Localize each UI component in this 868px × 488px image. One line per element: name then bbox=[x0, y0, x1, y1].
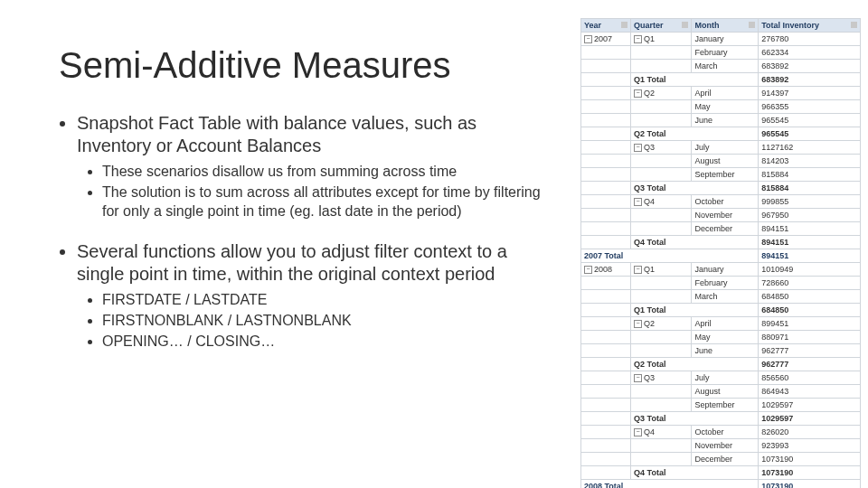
cell-year bbox=[581, 182, 631, 195]
collapse-icon[interactable]: − bbox=[634, 266, 642, 274]
collapse-icon[interactable]: − bbox=[634, 89, 642, 98]
cell-year bbox=[581, 426, 631, 439]
bullet-2a: FIRSTDATE / LASTDATE bbox=[102, 291, 547, 310]
cell-month: November bbox=[692, 439, 759, 453]
col-total-inventory[interactable]: Total Inventory bbox=[759, 19, 861, 33]
cell-quarter bbox=[631, 100, 692, 114]
cell-value: 894151 bbox=[759, 222, 861, 236]
subtotal-label: Q2 Total bbox=[631, 127, 759, 141]
table-row: −Q2April899451 bbox=[581, 317, 861, 331]
cell-month: May bbox=[692, 331, 759, 344]
cell-year bbox=[581, 236, 631, 249]
cell-year bbox=[581, 331, 631, 344]
cell-value: 1029597 bbox=[759, 399, 861, 412]
subtotal-value: 684850 bbox=[759, 304, 861, 317]
cell-quarter bbox=[631, 290, 692, 304]
bullet-2: Several functions allow you to adjust fi… bbox=[77, 240, 547, 286]
content-left: Semi-Additive Measures Snapshot Fact Tab… bbox=[59, 45, 547, 371]
cell-quarter: −Q3 bbox=[631, 141, 692, 155]
cell-value: 662334 bbox=[759, 46, 861, 60]
subtotal-value: 1029597 bbox=[759, 412, 861, 426]
table-row: Q4 Total1073190 bbox=[581, 466, 861, 480]
cell-year bbox=[581, 344, 631, 358]
filter-icon[interactable] bbox=[851, 22, 857, 28]
table-row: February728660 bbox=[581, 277, 861, 290]
cell-quarter bbox=[631, 385, 692, 399]
collapse-icon[interactable]: − bbox=[634, 320, 642, 328]
cell-month: August bbox=[692, 155, 759, 168]
col-month[interactable]: Month bbox=[692, 19, 759, 33]
cell-quarter: −Q2 bbox=[631, 317, 692, 331]
cell-quarter: −Q4 bbox=[631, 426, 692, 439]
cell-quarter bbox=[631, 209, 692, 222]
cell-value: 914397 bbox=[759, 87, 861, 100]
table-row: −Q3July856560 bbox=[581, 371, 861, 385]
cell-quarter bbox=[631, 60, 692, 73]
subtotal-value: 894151 bbox=[759, 236, 861, 249]
slide: Semi-Additive Measures Snapshot Fact Tab… bbox=[0, 0, 868, 488]
cell-year bbox=[581, 100, 631, 114]
table-row: November967950 bbox=[581, 209, 861, 222]
cell-month: October bbox=[692, 426, 759, 439]
table-row: September1029597 bbox=[581, 399, 861, 412]
table-row: December1073190 bbox=[581, 453, 861, 466]
collapse-icon[interactable]: − bbox=[584, 266, 592, 274]
cell-year bbox=[581, 466, 631, 480]
cell-value: 965545 bbox=[759, 114, 861, 127]
cell-year: −2008 bbox=[581, 263, 631, 277]
cell-quarter: −Q2 bbox=[631, 87, 692, 100]
cell-month: January bbox=[692, 263, 759, 277]
cell-year bbox=[581, 209, 631, 222]
cell-quarter bbox=[631, 114, 692, 127]
table-row: 2008 Total1073190 bbox=[581, 480, 861, 489]
cell-month: November bbox=[692, 209, 759, 222]
cell-value: 1073190 bbox=[759, 453, 861, 466]
cell-month: January bbox=[692, 33, 759, 46]
cell-value: 814203 bbox=[759, 155, 861, 168]
cell-month: September bbox=[692, 399, 759, 412]
bullet-1a: These scenarios disallow us from summing… bbox=[102, 163, 547, 182]
cell-year bbox=[581, 439, 631, 453]
collapse-icon[interactable]: − bbox=[634, 374, 642, 382]
subtotal-value: 962777 bbox=[759, 358, 861, 371]
col-year[interactable]: Year bbox=[581, 19, 631, 33]
year-total-value: 894151 bbox=[759, 249, 861, 263]
collapse-icon[interactable]: − bbox=[634, 144, 642, 152]
cell-month: March bbox=[692, 290, 759, 304]
filter-icon[interactable] bbox=[682, 22, 688, 28]
table-row: −Q2April914397 bbox=[581, 87, 861, 100]
cell-month: June bbox=[692, 114, 759, 127]
cell-value: 999855 bbox=[759, 195, 861, 209]
cell-month: April bbox=[692, 317, 759, 331]
subtotal-label: Q4 Total bbox=[631, 466, 759, 480]
cell-year bbox=[581, 290, 631, 304]
subtotal-value: 815884 bbox=[759, 182, 861, 195]
cell-year bbox=[581, 412, 631, 426]
cell-value: 962777 bbox=[759, 344, 861, 358]
cell-quarter bbox=[631, 453, 692, 466]
cell-value: 683892 bbox=[759, 60, 861, 73]
year-total-label: 2008 Total bbox=[581, 480, 759, 489]
cell-quarter bbox=[631, 439, 692, 453]
cell-quarter bbox=[631, 222, 692, 236]
cell-value: 864943 bbox=[759, 385, 861, 399]
table-row: May880971 bbox=[581, 331, 861, 344]
table-row: June962777 bbox=[581, 344, 861, 358]
col-quarter[interactable]: Quarter bbox=[631, 19, 692, 33]
filter-icon[interactable] bbox=[621, 22, 627, 28]
cell-year bbox=[581, 222, 631, 236]
collapse-icon[interactable]: − bbox=[584, 35, 592, 43]
cell-year bbox=[581, 277, 631, 290]
cell-month: December bbox=[692, 222, 759, 236]
table-row: −Q3July1127162 bbox=[581, 141, 861, 155]
collapse-icon[interactable]: − bbox=[634, 428, 642, 436]
subtotal-label: Q2 Total bbox=[631, 358, 759, 371]
table-row: September815884 bbox=[581, 168, 861, 182]
table-row: Q4 Total894151 bbox=[581, 236, 861, 249]
cell-year bbox=[581, 358, 631, 371]
filter-icon[interactable] bbox=[749, 22, 755, 28]
table-row: November923993 bbox=[581, 439, 861, 453]
table-row: 2007 Total894151 bbox=[581, 249, 861, 263]
collapse-icon[interactable]: − bbox=[634, 35, 642, 43]
collapse-icon[interactable]: − bbox=[634, 198, 642, 206]
